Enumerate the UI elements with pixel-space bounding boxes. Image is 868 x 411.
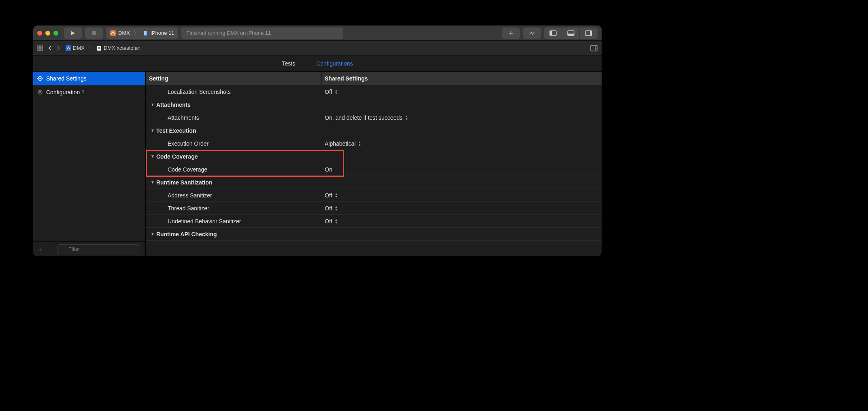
- testplan-file-icon: [96, 45, 102, 51]
- svg-rect-13: [40, 49, 43, 51]
- setting-value: Alphabetical: [325, 140, 355, 147]
- back-button[interactable]: [48, 45, 52, 51]
- sidebar-item-label: Shared Settings: [46, 75, 87, 82]
- testplan-tabs: Tests Configurations: [33, 55, 602, 72]
- svg-point-16: [98, 47, 100, 49]
- group-runtime-sanitization[interactable]: ▼Runtime Sanitization: [146, 176, 602, 189]
- svg-point-25: [38, 90, 42, 94]
- svg-rect-12: [38, 49, 40, 51]
- group-label: Runtime API Checking: [156, 231, 217, 237]
- setting-label: Attachments: [146, 114, 321, 121]
- svg-rect-7: [568, 34, 574, 36]
- row-execution-order[interactable]: Execution Order Alphabetical ▲▼: [146, 137, 602, 150]
- path-bar: DMX 〉 DMX.xctestplan: [33, 41, 602, 55]
- row-undefined-behavior-sanitizer[interactable]: Undefined Behavior Sanitizer Off ▲▼: [146, 215, 602, 228]
- breadcrumb[interactable]: DMX 〉 DMX.xctestplan: [66, 44, 140, 52]
- setting-label: Thread Sanitizer: [146, 205, 321, 212]
- sidebar-item-configuration-1[interactable]: Configuration 1: [33, 85, 145, 99]
- titlebar: DMX 〉 iPhone 11 Finished running DMX on …: [33, 25, 602, 41]
- window-controls: [37, 31, 61, 36]
- scheme-device-name: iPhone 11: [151, 30, 174, 36]
- row-code-coverage[interactable]: Code Coverage On: [146, 163, 602, 176]
- sidebar-item-shared-settings[interactable]: Shared Settings: [33, 72, 145, 85]
- svg-rect-9: [590, 31, 592, 36]
- setting-label: Address Sanitizer: [146, 192, 321, 199]
- table-header: Setting Shared Settings: [146, 72, 602, 85]
- group-attachments[interactable]: ▼Attachments: [146, 98, 602, 111]
- toggle-navigator-button[interactable]: [544, 28, 562, 39]
- svg-point-20: [39, 78, 41, 79]
- filter-wrap: [57, 244, 142, 254]
- setting-label: Undefined Behavior Sanitizer: [146, 218, 321, 225]
- project-icon: [66, 45, 71, 51]
- group-label: Runtime Sanitization: [156, 179, 212, 186]
- zoom-window-button[interactable]: [53, 31, 58, 36]
- breadcrumb-file: DMX.xctestplan: [104, 45, 140, 51]
- scheme-app-name: DMX: [118, 30, 130, 36]
- tab-configurations[interactable]: Configurations: [316, 60, 353, 67]
- add-config-button[interactable]: +: [36, 246, 44, 253]
- tab-tests[interactable]: Tests: [282, 60, 296, 67]
- svg-rect-3: [144, 31, 147, 35]
- add-button[interactable]: [502, 28, 520, 39]
- app-icon: [110, 30, 116, 36]
- toolbar-right: [502, 28, 598, 39]
- xcode-window: DMX 〉 iPhone 11 Finished running DMX on …: [33, 25, 602, 256]
- code-review-button[interactable]: [523, 28, 541, 39]
- up-down-icon: ▲▼: [334, 89, 338, 95]
- gear-icon: [37, 76, 43, 81]
- up-down-icon: ▲▼: [334, 206, 338, 211]
- sidebar-footer: + −: [33, 242, 145, 256]
- setting-value: Off: [325, 89, 332, 95]
- remove-config-button[interactable]: −: [47, 246, 54, 253]
- minimize-window-button[interactable]: [45, 31, 50, 36]
- disclosure-triangle-icon: ▼: [151, 232, 155, 236]
- row-localization-screenshots[interactable]: Localization Screenshots Off ▲▼: [146, 85, 602, 98]
- gear-outline-icon: [37, 89, 43, 95]
- group-code-coverage[interactable]: ▼Code Coverage: [146, 150, 602, 163]
- add-editor-button[interactable]: [590, 45, 598, 51]
- chevron-right-icon: 〉: [86, 44, 95, 52]
- status-text: Finished running DMX on iPhone 11: [186, 30, 271, 36]
- scheme-selector[interactable]: DMX 〉 iPhone 11: [106, 28, 178, 39]
- table-body[interactable]: Localization Screenshots Off ▲▼ ▼Attachm…: [146, 85, 602, 256]
- forward-button[interactable]: [57, 45, 61, 51]
- svg-rect-14: [66, 45, 71, 51]
- run-button[interactable]: [64, 28, 82, 39]
- history-nav: [48, 45, 61, 51]
- stop-button[interactable]: [85, 28, 103, 39]
- filter-input[interactable]: [57, 244, 140, 254]
- setting-label: Localization Screenshots: [146, 89, 321, 95]
- disclosure-triangle-icon: ▼: [151, 180, 155, 184]
- related-items-icon[interactable]: [37, 45, 43, 51]
- setting-value: Off: [325, 218, 332, 225]
- toggle-debug-area-button[interactable]: [562, 28, 580, 39]
- setting-value: On, and delete if test succeeds: [325, 114, 402, 121]
- panel-toggle-group: [544, 28, 598, 39]
- svg-rect-0: [92, 31, 96, 35]
- row-attachments[interactable]: Attachments On, and delete if test succe…: [146, 111, 602, 124]
- settings-table: Setting Shared Settings Localization Scr…: [146, 72, 602, 256]
- group-label: Test Execution: [156, 127, 196, 134]
- toggle-inspectors-button[interactable]: [580, 28, 598, 39]
- group-runtime-api-checking[interactable]: ▼Runtime API Checking: [146, 228, 602, 241]
- config-list: Shared Settings Configuration 1: [33, 72, 145, 242]
- disclosure-triangle-icon: ▼: [151, 128, 155, 133]
- row-address-sanitizer[interactable]: Address Sanitizer Off ▲▼: [146, 189, 602, 202]
- disclosure-triangle-icon: ▼: [151, 154, 155, 159]
- column-header-shared[interactable]: Shared Settings: [321, 72, 602, 85]
- column-header-setting[interactable]: Setting: [146, 72, 321, 85]
- group-label: Attachments: [156, 102, 191, 108]
- svg-rect-5: [550, 31, 552, 36]
- up-down-icon: ▲▼: [334, 218, 338, 224]
- setting-value: Off: [325, 192, 332, 199]
- group-test-execution[interactable]: ▼Test Execution: [146, 124, 602, 137]
- config-sidebar: Shared Settings Configuration 1 + −: [33, 72, 146, 256]
- chevron-right-icon: 〉: [132, 30, 140, 37]
- up-down-icon: ▲▼: [405, 115, 408, 121]
- row-thread-sanitizer[interactable]: Thread Sanitizer Off ▲▼: [146, 202, 602, 215]
- activity-status[interactable]: Finished running DMX on iPhone 11: [181, 28, 343, 39]
- svg-rect-10: [38, 46, 40, 48]
- close-window-button[interactable]: [37, 31, 42, 36]
- group-label: Code Coverage: [156, 153, 198, 160]
